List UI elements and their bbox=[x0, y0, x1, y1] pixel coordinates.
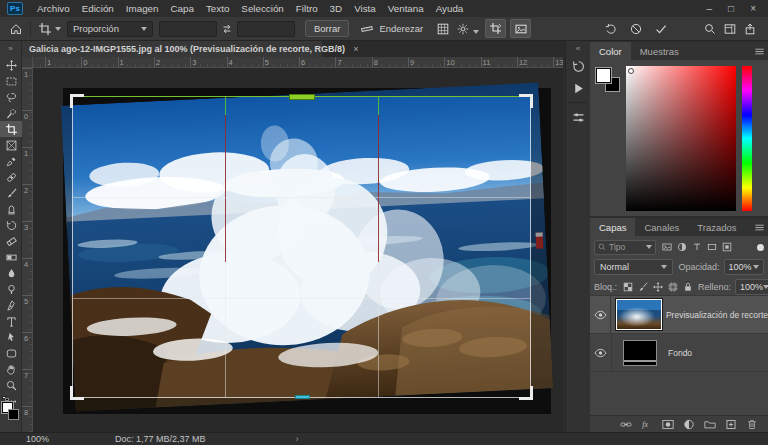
path-selection-tool[interactable] bbox=[0, 329, 22, 345]
crop-handle-top-right[interactable] bbox=[519, 94, 533, 108]
maximize-button[interactable]: □ bbox=[728, 3, 734, 14]
menu-item-ayuda[interactable]: Ayuda bbox=[430, 0, 470, 17]
background-color-swatch[interactable] bbox=[8, 409, 19, 420]
crop-handle-top-center[interactable] bbox=[289, 94, 315, 100]
eraser-tool[interactable] bbox=[0, 233, 22, 249]
hue-slider[interactable] bbox=[742, 66, 752, 211]
adjustment-filter-icon[interactable] bbox=[674, 240, 689, 255]
properties-icon[interactable] bbox=[566, 106, 591, 128]
cancel-crop-icon[interactable] bbox=[626, 20, 646, 38]
canvas-area[interactable] bbox=[33, 68, 563, 432]
type-tool[interactable] bbox=[0, 313, 22, 329]
foreground-swatch[interactable] bbox=[596, 68, 611, 83]
actions-icon[interactable] bbox=[566, 77, 591, 99]
straighten-icon[interactable] bbox=[357, 20, 377, 38]
tab-color[interactable]: Color bbox=[590, 42, 631, 60]
tab-canales[interactable]: Canales bbox=[635, 218, 688, 236]
link-layers-icon[interactable] bbox=[619, 418, 633, 431]
layer-thumbnail[interactable] bbox=[612, 340, 668, 366]
straighten-label[interactable]: Enderezar bbox=[379, 23, 423, 34]
delete-layer-icon[interactable] bbox=[745, 418, 759, 431]
color-picker-marker[interactable] bbox=[628, 68, 634, 74]
history-icon[interactable] bbox=[566, 55, 591, 77]
opacity-select[interactable]: 100% bbox=[724, 259, 764, 275]
clone-stamp-tool[interactable] bbox=[0, 201, 22, 217]
menu-item-ventana[interactable]: Ventana bbox=[382, 0, 430, 17]
layer-thumbnail[interactable] bbox=[611, 299, 666, 330]
fill-select[interactable]: 100% bbox=[735, 279, 768, 295]
ruler-horizontal[interactable]: 1012345678910111213 bbox=[33, 57, 563, 68]
toolbar-collapse-icon[interactable]: » bbox=[0, 41, 21, 56]
pixel-filter-icon[interactable] bbox=[659, 240, 674, 255]
ratio-select[interactable]: Proporción bbox=[67, 21, 153, 37]
commit-crop-icon[interactable] bbox=[651, 20, 671, 38]
menu-item-texto[interactable]: Texto bbox=[200, 0, 235, 17]
content-aware-toggle[interactable] bbox=[510, 19, 531, 38]
workspace-icon[interactable] bbox=[720, 20, 740, 38]
reset-crop-icon[interactable] bbox=[601, 20, 621, 38]
ratio-width-input[interactable] bbox=[159, 21, 217, 37]
menu-item-archivo[interactable]: Archivo bbox=[31, 0, 76, 17]
layer-name[interactable]: Fondo bbox=[668, 348, 692, 358]
ratio-height-input[interactable] bbox=[237, 21, 295, 37]
new-layer-icon[interactable] bbox=[724, 418, 738, 431]
tab-close-icon[interactable]: × bbox=[353, 44, 358, 54]
type-filter-icon[interactable] bbox=[689, 240, 704, 255]
lock-move-icon[interactable] bbox=[651, 280, 664, 293]
crop-handle-top-left[interactable] bbox=[70, 94, 84, 108]
lock-all-icon[interactable] bbox=[681, 280, 694, 293]
layers-panel-menu-icon[interactable] bbox=[750, 222, 768, 233]
lock-artboard-icon[interactable] bbox=[666, 280, 679, 293]
search-icon[interactable] bbox=[700, 20, 720, 38]
saturation-square[interactable] bbox=[626, 66, 736, 211]
crop-settings-gear-icon[interactable] bbox=[453, 20, 473, 38]
menu-item-capa[interactable]: Capa bbox=[165, 0, 200, 17]
swap-values-icon[interactable] bbox=[217, 20, 237, 38]
color-panel-menu-icon[interactable] bbox=[750, 46, 768, 57]
status-menu-arrow-icon[interactable]: › bbox=[296, 434, 299, 444]
foreground-background-widget[interactable] bbox=[596, 68, 624, 96]
menu-item-imagen[interactable]: Imagen bbox=[120, 0, 165, 17]
layer-effects-icon[interactable]: fx bbox=[640, 418, 654, 431]
pen-tool[interactable] bbox=[0, 297, 22, 313]
dodge-tool[interactable] bbox=[0, 281, 22, 297]
brush-tool[interactable] bbox=[0, 185, 22, 201]
crop-tool-icon[interactable] bbox=[35, 20, 55, 38]
shape-tool[interactable] bbox=[0, 345, 22, 361]
menu-item-edicin[interactable]: Edición bbox=[76, 0, 120, 17]
crop-box[interactable] bbox=[72, 96, 531, 398]
new-group-icon[interactable] bbox=[703, 418, 717, 431]
crop-tool-caret-icon[interactable] bbox=[55, 27, 61, 31]
tab-trazados[interactable]: Trazados bbox=[688, 218, 745, 236]
ruler-vertical[interactable]: 1012345678 bbox=[22, 68, 33, 432]
menu-item-filtro[interactable]: Filtro bbox=[290, 0, 324, 17]
gear-caret-icon[interactable] bbox=[473, 30, 479, 34]
lock-paint-icon[interactable] bbox=[636, 280, 649, 293]
smartobject-filter-icon[interactable] bbox=[719, 240, 734, 255]
home-icon[interactable] bbox=[6, 20, 26, 38]
menu-item-seleccin[interactable]: Selección bbox=[235, 0, 289, 17]
default-colors-icon[interactable] bbox=[2, 396, 9, 401]
ruler-corner[interactable] bbox=[22, 57, 33, 68]
gradient-tool[interactable] bbox=[0, 249, 22, 265]
close-button[interactable]: × bbox=[750, 3, 756, 14]
blur-tool[interactable] bbox=[0, 265, 22, 281]
blend-mode-select[interactable]: Normal bbox=[594, 259, 673, 275]
document-tab[interactable]: Galicia ago-12-IMGP1555.jpg al 100% (Pre… bbox=[22, 41, 322, 57]
delete-cropped-pixels-toggle[interactable] bbox=[485, 19, 506, 38]
history-brush-tool[interactable] bbox=[0, 217, 22, 233]
layer-mask-icon[interactable] bbox=[661, 418, 675, 431]
eyedropper-tool[interactable] bbox=[0, 153, 22, 169]
overlay-grid-icon[interactable] bbox=[433, 20, 453, 38]
clear-button[interactable]: Borrar bbox=[305, 20, 349, 37]
healing-brush-tool[interactable] bbox=[0, 169, 22, 185]
lasso-tool[interactable] bbox=[0, 89, 22, 105]
tab-capas[interactable]: Capas bbox=[590, 218, 635, 236]
menu-item-vista[interactable]: Vista bbox=[348, 0, 382, 17]
share-icon[interactable] bbox=[740, 20, 760, 38]
layer-visibility-eye-icon[interactable] bbox=[590, 334, 612, 372]
crop-handle-bottom-center[interactable] bbox=[295, 395, 310, 399]
move-tool[interactable] bbox=[0, 57, 22, 73]
lock-transparent-icon[interactable] bbox=[621, 280, 634, 293]
layer-row[interactable]: Fondo bbox=[590, 334, 768, 372]
